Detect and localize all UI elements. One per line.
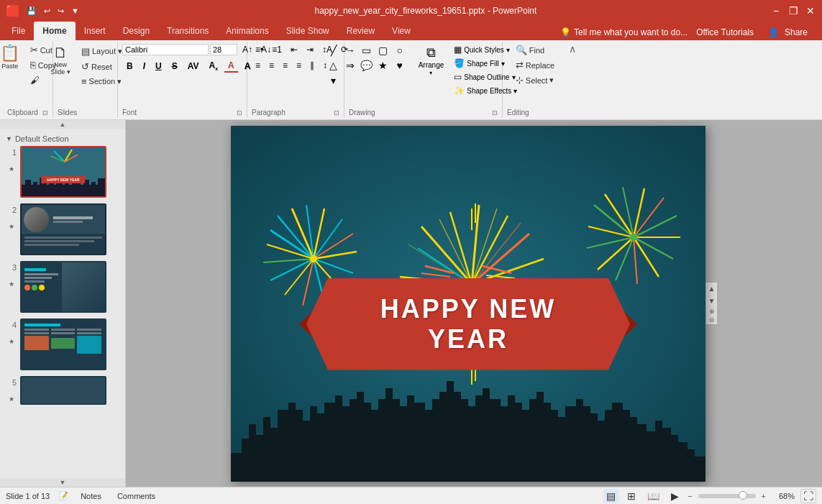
italic-btn[interactable]: I <box>139 60 150 73</box>
clear-format-btn[interactable]: Ax <box>204 59 222 73</box>
font-name-input[interactable] <box>122 44 209 55</box>
ribbon: 📋 Paste ✂ Cut ⎘ Copy 🖌 Clipboard ⊡ <box>0 40 822 120</box>
shape-line-btn[interactable]: ╱ <box>326 43 342 58</box>
underline-btn[interactable]: U <box>151 60 166 73</box>
slide-thumb-2[interactable]: 2 ★ <box>6 203 122 256</box>
arrange-btn[interactable]: ⧉ Arrange ▾ <box>414 43 449 78</box>
slide-img-3[interactable] <box>20 261 106 313</box>
char-spacing-btn[interactable]: AV <box>183 60 204 73</box>
slide-img-4[interactable] <box>20 319 106 370</box>
view-normal-btn[interactable]: ▤ <box>603 489 618 503</box>
slide-canvas[interactable]: HAPPY NEW YEAR <box>231 126 705 482</box>
new-slide-icon: 🗋 <box>53 45 68 60</box>
indent-dec-btn[interactable]: ⇤ <box>287 43 301 56</box>
numbering-btn[interactable]: ≡1 <box>268 43 286 56</box>
save-qa-btn[interactable]: 💾 <box>24 5 39 17</box>
bold-btn[interactable]: B <box>122 60 137 73</box>
scroll-down-btn[interactable]: ▼ <box>706 295 718 307</box>
shape-fill-label: Shape Fill <box>467 60 498 68</box>
scroll-more-down-btn[interactable]: ⊖ <box>709 316 715 324</box>
zoom-level[interactable]: 68% <box>772 492 795 500</box>
collapse-ribbon-btn[interactable]: ∧ <box>567 42 577 56</box>
svg-rect-10 <box>65 181 69 198</box>
paragraph-expand-btn[interactable]: ⊡ <box>334 109 339 116</box>
tab-review[interactable]: Review <box>338 22 383 40</box>
shape-star-btn[interactable]: ★ <box>375 58 391 73</box>
replace-btn[interactable]: ⇄ Replace <box>512 58 558 72</box>
shape-rounded-rect-btn[interactable]: ▢ <box>375 43 391 58</box>
view-slideshow-btn[interactable]: ▶ <box>668 489 682 503</box>
indent-inc-btn[interactable]: ⇥ <box>303 43 317 56</box>
scroll-up-btn[interactable]: ▲ <box>706 283 718 295</box>
slide-panel-scroll-up[interactable]: ▲ <box>0 120 125 129</box>
redo-qa-btn[interactable]: ↪ <box>55 5 66 17</box>
shape-heart-btn[interactable]: ♥ <box>392 58 408 73</box>
slide-thumb-1[interactable]: 1 ★ <box>6 145 122 198</box>
align-left-btn[interactable]: ≡ <box>252 59 264 72</box>
tab-design[interactable]: Design <box>114 22 158 40</box>
tab-transitions[interactable]: Transitions <box>158 22 217 40</box>
tab-home[interactable]: Home <box>34 22 75 40</box>
notes-btn[interactable]: Notes <box>77 490 105 502</box>
close-btn[interactable]: ✕ <box>805 5 816 17</box>
select-btn[interactable]: ⊹ Select ▾ <box>512 73 558 87</box>
shape-rt-arrow-btn[interactable]: ⇒ <box>342 58 358 73</box>
cols-btn[interactable]: ∥ <box>306 59 318 72</box>
tab-file[interactable]: File <box>3 22 34 40</box>
tab-view[interactable]: View <box>383 22 419 40</box>
zoom-plus-btn[interactable]: + <box>762 492 766 500</box>
align-right-btn[interactable]: ≡ <box>279 59 291 72</box>
slide-panel-scroll[interactable]: ▼ Default Section 1 ★ <box>0 129 125 478</box>
new-slide-btn[interactable]: 🗋 New Slide ▾ <box>45 43 76 78</box>
office-tutorials-link[interactable]: Office Tutorials <box>690 24 759 40</box>
zoom-minus-btn[interactable]: − <box>688 492 692 500</box>
strikethrough-btn[interactable]: S <box>168 60 182 73</box>
zoom-thumb[interactable] <box>739 491 747 500</box>
replace-icon: ⇄ <box>516 60 524 70</box>
comments-btn[interactable]: Comments <box>114 490 159 502</box>
slide-thumb-5[interactable]: 5 ★ <box>6 375 122 406</box>
slide-img-2[interactable] <box>20 203 106 255</box>
city-skyline-svg <box>231 367 705 482</box>
shape-oval-btn[interactable]: ○ <box>392 43 408 58</box>
shape-rect-btn[interactable]: ▭ <box>359 43 375 58</box>
slide-img-5[interactable] <box>20 376 106 405</box>
svg-rect-5 <box>25 180 31 198</box>
paste-btn[interactable]: 📋 Paste <box>0 43 24 72</box>
customize-qa-btn[interactable]: ▼ <box>69 5 81 17</box>
bullets-btn[interactable]: ≡• <box>252 43 267 56</box>
undo-qa-btn[interactable]: ↩ <box>42 5 52 17</box>
shapes-gallery: ╱ → ▭ ▢ ○ △ ⇒ 💬 ★ ♥ ▾ <box>326 43 412 88</box>
tab-slideshow[interactable]: Slide Show <box>278 22 338 40</box>
find-btn[interactable]: 🔍 Find <box>512 43 548 57</box>
tab-animations[interactable]: Animations <box>217 22 277 40</box>
shape-triangle-btn[interactable]: △ <box>326 58 342 73</box>
font-color-btn[interactable]: A <box>224 59 239 73</box>
fit-slide-btn[interactable]: ⛶ <box>800 489 816 503</box>
shape-arrow-btn[interactable]: → <box>342 43 358 58</box>
view-sorter-btn[interactable]: ⊞ <box>624 489 639 503</box>
font-expand-btn[interactable]: ⊡ <box>237 109 242 116</box>
align-center-btn[interactable]: ≡ <box>265 59 278 72</box>
share-btn[interactable]: 👤 Share <box>762 24 813 40</box>
tell-me-input[interactable]: Tell me what you want to do... <box>574 27 688 37</box>
shape-callout-btn[interactable]: 💬 <box>359 58 375 73</box>
arrange-label: Arrange <box>419 61 444 69</box>
justify-btn[interactable]: ≡ <box>293 59 305 72</box>
slide-panel-scroll-down[interactable]: ▼ <box>0 478 125 487</box>
clipboard-expand-btn[interactable]: ⊡ <box>42 109 48 116</box>
slide-thumb-4[interactable]: 4 ★ <box>6 318 122 371</box>
restore-btn[interactable]: ❐ <box>787 5 799 17</box>
minimize-btn[interactable]: − <box>770 5 782 17</box>
svg-rect-6 <box>33 182 37 198</box>
font-size-input[interactable] <box>210 44 237 55</box>
slide-thumb-3[interactable]: 3 ★ <box>6 260 122 313</box>
zoom-slider[interactable] <box>698 494 756 498</box>
shapes-more-btn[interactable]: ▾ <box>326 73 342 88</box>
tab-insert[interactable]: Insert <box>76 22 114 40</box>
scroll-more-up-btn[interactable]: ⊕ <box>709 307 715 316</box>
section-header-default[interactable]: ▼ Default Section <box>6 132 122 145</box>
drawing-expand-btn[interactable]: ⊡ <box>492 109 498 116</box>
slide-img-1[interactable]: HAPPY NEW YEAR <box>20 146 106 198</box>
view-reading-btn[interactable]: 📖 <box>644 489 662 503</box>
